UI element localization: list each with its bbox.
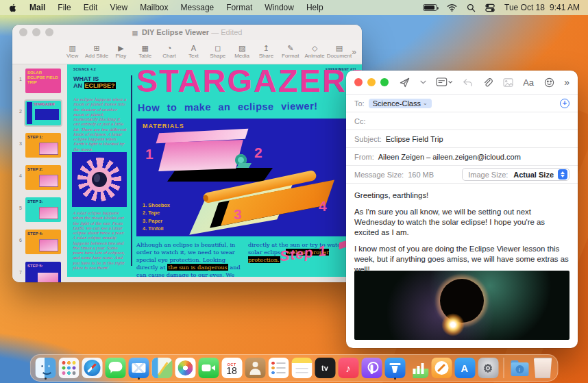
close-button[interactable] — [354, 78, 363, 86]
dock-item-podcasts[interactable] — [361, 356, 382, 380]
spotlight-search-icon[interactable] — [467, 3, 476, 12]
thumbnail-mini-box — [37, 110, 57, 117]
send-options-chevron-icon[interactable] — [420, 80, 426, 84]
dock-divider — [504, 358, 504, 378]
keynote-toolbar-overflow[interactable]: » — [352, 47, 356, 57]
keynote-tool-text[interactable]: AText — [182, 45, 206, 59]
safari-icon — [82, 358, 102, 378]
keynote-titlebar[interactable]: ▤ DIY Eclipse Viewer — Edited — [12, 25, 362, 40]
thumbnail-label: SOLAR ECLIPSE FIELD TRIP — [27, 71, 58, 84]
dock-item-calendar[interactable]: OCT18 — [221, 356, 243, 380]
dock-item-launchpad[interactable] — [58, 356, 79, 380]
slide-thumbnail-preview: STEP 2: — [25, 165, 61, 190]
tool-label: Table — [138, 53, 151, 59]
slide-thumbnail[interactable]: STEP 5: — [24, 260, 62, 282]
slide-thumbnail-row: 4STEP 2: — [12, 164, 67, 191]
slide-thumbnail[interactable]: STEP 4: — [24, 228, 62, 256]
dock-item-contacts[interactable] — [245, 356, 266, 380]
keynote-tool-table[interactable]: ▦Table — [133, 45, 157, 59]
dock-item-keynote[interactable] — [384, 356, 406, 380]
menu-item-mail[interactable]: Mail — [29, 3, 45, 12]
thumbnail-label: STEP 3: — [27, 199, 43, 203]
slide-bottom-left-paragraph: Although an eclipse is beautiful, in ord… — [136, 241, 245, 277]
minimize-button[interactable] — [367, 78, 376, 86]
text-icon: A — [191, 45, 196, 52]
to-field[interactable]: To: Science-Class⌄ + — [346, 94, 578, 112]
dock-item-downloads[interactable]: ↓ — [509, 356, 530, 380]
menu-item-message[interactable]: Message — [181, 3, 215, 12]
send-button[interactable] — [400, 77, 410, 88]
keynote-tool-play[interactable]: ▶Play — [109, 45, 133, 59]
dock-item-mail[interactable] — [128, 356, 149, 380]
appletv-icon: tv — [315, 358, 335, 378]
slide-area: SCIENCE 4.2 EXPERIMENT #11 WHAT IS AN EC… — [67, 64, 362, 282]
toolbar-overflow-button[interactable]: » — [564, 77, 569, 88]
format-text-button[interactable]: Aa — [523, 77, 534, 88]
keynote-tool-animate[interactable]: ◇Animate — [302, 45, 326, 59]
keynote-tool-format[interactable]: ✎Format — [278, 45, 302, 59]
slide-thumbnail[interactable]: STEP 2: — [24, 164, 62, 191]
dock-item-facetime[interactable] — [198, 356, 219, 380]
mail-icon — [128, 358, 149, 378]
menu-item-file[interactable]: File — [58, 3, 71, 12]
dock-item-numbers[interactable] — [408, 356, 429, 380]
menu-bar-clock[interactable]: Tue Oct 18 9:41 AM — [504, 3, 580, 12]
keynote-tool-share[interactable]: ↥Share — [254, 45, 278, 59]
cc-field[interactable]: Cc: — [346, 112, 578, 129]
dock-item-music[interactable]: ♪ — [338, 356, 359, 380]
wifi-icon[interactable] — [447, 3, 457, 12]
emoji-icon[interactable] — [544, 77, 554, 88]
keynote-tool-view[interactable]: ▥View — [60, 45, 84, 59]
dock-item-safari[interactable] — [82, 356, 103, 380]
mail-window-controls[interactable] — [354, 78, 389, 86]
menu-item-edit[interactable]: Edit — [84, 3, 98, 12]
to-label: To: — [354, 99, 365, 108]
slide-thumbnail[interactable]: STARGAZER — [24, 99, 62, 127]
subject-field[interactable]: Subject: Eclipse Field Trip — [346, 129, 578, 147]
eclipse-photo-attachment[interactable] — [354, 271, 569, 340]
dock-item-photos[interactable] — [175, 356, 196, 380]
control-center-icon[interactable] — [485, 3, 495, 12]
recipient-token[interactable]: Science-Class⌄ — [369, 99, 432, 108]
menu-item-view[interactable]: View — [110, 3, 127, 12]
insert-photo-icon[interactable] — [503, 78, 513, 87]
keynote-tool-document[interactable]: ▤Document — [327, 45, 352, 59]
slide-thumbnail[interactable]: SOLAR ECLIPSE FIELD TRIP — [24, 67, 62, 95]
keynote-tool-add-slide[interactable]: ⊞Add Slide — [84, 45, 108, 59]
message-body[interactable]: Greetings, earthlings!As I'm sure you al… — [346, 183, 578, 271]
add-contact-icon[interactable]: + — [560, 99, 569, 108]
dock-item-messages[interactable] — [105, 356, 126, 380]
dock-item-finder[interactable] — [35, 356, 56, 380]
slide-thumbnail[interactable]: STEP 1: — [24, 132, 62, 159]
keynote-tool-media[interactable]: ▨Media — [230, 45, 254, 59]
dock-item-notes[interactable] — [291, 356, 313, 380]
slide-heading: STARGAZERS — [136, 64, 362, 99]
reply-icon[interactable] — [463, 78, 473, 87]
slide-thumbnail[interactable]: STEP 3: — [24, 196, 62, 223]
dock-item-appstore[interactable]: A — [454, 356, 476, 380]
slide-subheading: How to make an eclipse viewer! — [138, 101, 318, 114]
battery-icon[interactable] — [423, 4, 437, 11]
zoom-button[interactable] — [380, 78, 389, 86]
dock-item-appletv[interactable]: tv — [315, 356, 336, 380]
header-fields-button[interactable] — [436, 77, 452, 87]
menu-item-format[interactable]: Format — [226, 3, 252, 12]
from-field[interactable]: From: Aileen Zeigen – aileen.zeigen@iclo… — [346, 147, 578, 165]
table-icon: ▦ — [142, 45, 149, 52]
keynote-tool-shape[interactable]: ◻Shape — [206, 45, 230, 59]
dock-item-trash[interactable] — [532, 356, 554, 380]
dock-item-settings[interactable]: ⚙ — [478, 356, 499, 380]
menu-item-window[interactable]: Window — [265, 3, 294, 12]
apple-menu-icon[interactable] — [8, 3, 17, 13]
keynote-tool-chart[interactable]: ◔Chart — [157, 45, 181, 59]
slide-canvas[interactable]: SCIENCE 4.2 EXPERIMENT #11 WHAT IS AN EC… — [67, 64, 362, 277]
image-size-popup[interactable]: Image Size: Actual Size — [462, 168, 569, 181]
menu-item-help[interactable]: Help — [306, 3, 323, 12]
dock-item-reminders[interactable] — [268, 356, 289, 380]
dock-item-pages[interactable] — [431, 356, 452, 380]
dock-item-maps[interactable] — [151, 356, 173, 380]
keynote-icon — [384, 358, 405, 378]
attach-file-icon[interactable] — [482, 77, 493, 88]
material-number-1: 1 — [145, 146, 154, 162]
menu-item-mailbox[interactable]: Mailbox — [140, 3, 168, 12]
